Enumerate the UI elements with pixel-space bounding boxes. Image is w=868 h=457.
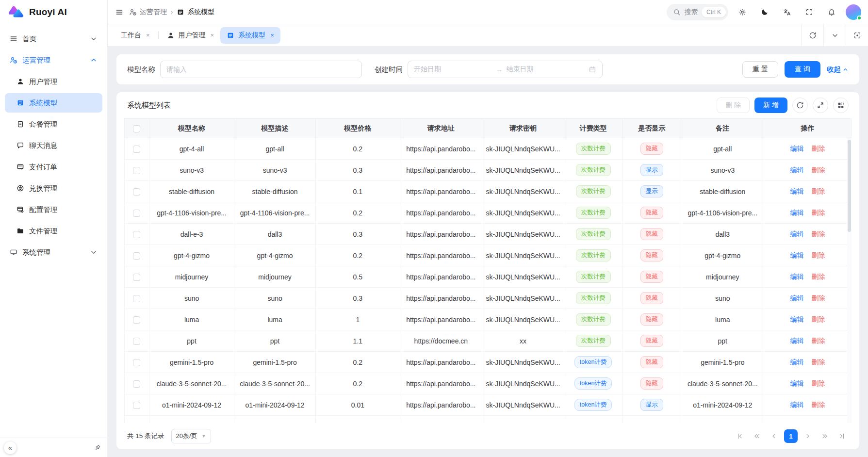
row-checkbox[interactable] <box>133 167 140 174</box>
row-checkbox[interactable] <box>133 316 140 324</box>
row-checkbox[interactable] <box>133 231 140 238</box>
notifications-button[interactable] <box>823 4 840 20</box>
breadcrumb-parent[interactable]: 运营管理 <box>129 8 167 16</box>
delete-link[interactable]: 删除 <box>812 401 825 408</box>
row-checkbox[interactable] <box>133 359 140 366</box>
first-page-button[interactable] <box>733 429 747 443</box>
close-icon[interactable]: × <box>270 32 274 39</box>
refresh-tab-button[interactable] <box>801 24 823 46</box>
model-name-input[interactable] <box>160 61 362 78</box>
delete-link[interactable]: 删除 <box>812 315 825 323</box>
edit-link[interactable]: 编辑 <box>790 337 804 344</box>
delete-link[interactable]: 删除 <box>812 251 825 259</box>
user-avatar[interactable] <box>846 4 861 20</box>
prev-page-button[interactable] <box>767 429 781 443</box>
page-size-select[interactable]: 20条/页 ▼ <box>171 429 211 443</box>
date-range-picker[interactable]: 开始日期 → 结束日期 <box>408 61 603 78</box>
edit-link[interactable]: 编辑 <box>790 187 804 195</box>
last-page-button[interactable] <box>835 429 849 443</box>
row-checkbox-cell <box>125 138 149 160</box>
global-search[interactable]: 搜索 Ctrl K <box>667 4 728 20</box>
sidebar-item-config-management[interactable]: 配置管理 <box>5 200 102 219</box>
settings-button[interactable] <box>734 4 751 20</box>
row-checkbox[interactable] <box>133 252 140 260</box>
sidebar-collapse-button[interactable]: « <box>4 441 16 454</box>
search-button[interactable]: 查 询 <box>785 61 820 78</box>
table-scrollbar[interactable] <box>847 138 852 423</box>
dark-mode-button[interactable] <box>756 4 773 20</box>
delete-link[interactable]: 删除 <box>812 209 825 216</box>
delete-link[interactable]: 删除 <box>812 273 825 280</box>
row-checkbox[interactable] <box>133 402 140 409</box>
prev-10-button[interactable] <box>750 429 764 443</box>
app-logo[interactable]: Ruoyi AI <box>0 0 107 24</box>
hamburger-icon[interactable] <box>115 8 123 16</box>
row-checkbox-cell <box>125 202 149 224</box>
sidebar-item-package-management[interactable]: 套餐管理 <box>5 114 102 134</box>
add-button[interactable]: 新 增 <box>754 98 787 113</box>
row-checkbox[interactable] <box>133 210 140 217</box>
edit-link[interactable]: 编辑 <box>790 166 804 174</box>
delete-button[interactable]: 删 除 <box>717 98 750 113</box>
column-settings-button[interactable] <box>833 98 849 113</box>
delete-link[interactable]: 删除 <box>812 187 825 195</box>
delete-link[interactable]: 删除 <box>812 337 825 344</box>
next-10-button[interactable] <box>818 429 832 443</box>
expand-table-button[interactable] <box>813 98 828 113</box>
edit-link[interactable]: 编辑 <box>790 294 804 302</box>
chat-bubble-icon <box>16 142 24 149</box>
edit-link[interactable]: 编辑 <box>790 401 804 408</box>
delete-link[interactable]: 删除 <box>812 230 825 238</box>
delete-link[interactable]: 删除 <box>812 379 825 387</box>
delete-link[interactable]: 删除 <box>812 166 825 174</box>
close-icon[interactable]: × <box>146 32 150 39</box>
sidebar-item-file-management[interactable]: 文件管理 <box>5 221 102 241</box>
delete-link[interactable]: 删除 <box>812 358 825 366</box>
start-date-placeholder: 开始日期 <box>414 65 492 74</box>
next-page-button[interactable] <box>801 429 815 443</box>
content-fullscreen-button[interactable] <box>846 24 868 46</box>
edit-link[interactable]: 编辑 <box>790 209 804 216</box>
cell-visibility: 隐藏 <box>622 330 681 352</box>
edit-link[interactable]: 编辑 <box>790 379 804 387</box>
delete-link[interactable]: 删除 <box>812 145 825 152</box>
scrollbar-thumb[interactable] <box>848 140 851 232</box>
breadcrumb-current[interactable]: 系统模型 <box>177 8 214 16</box>
row-checkbox[interactable] <box>133 295 140 302</box>
edit-link[interactable]: 编辑 <box>790 273 804 280</box>
row-checkbox[interactable] <box>133 146 140 153</box>
row-checkbox[interactable] <box>133 338 140 345</box>
row-checkbox[interactable] <box>133 188 140 196</box>
delete-link[interactable]: 删除 <box>812 294 825 302</box>
sidebar-item-system-models[interactable]: 系统模型 <box>5 93 102 113</box>
pin-icon[interactable] <box>92 442 103 453</box>
tab-system-models[interactable]: 系统模型 × <box>220 27 280 44</box>
tab-workbench[interactable]: 工作台 × <box>115 27 156 44</box>
tab-menu-button[interactable] <box>823 24 846 46</box>
sidebar-item-payment-orders[interactable]: 支付订单 <box>5 157 102 177</box>
close-icon[interactable]: × <box>211 32 214 39</box>
user-gear-icon <box>10 56 17 64</box>
edit-link[interactable]: 编辑 <box>790 315 804 323</box>
tab-user-management[interactable]: 用户管理 × <box>161 27 221 44</box>
edit-link[interactable]: 编辑 <box>790 251 804 259</box>
edit-link[interactable]: 编辑 <box>790 358 804 366</box>
sidebar-item-exchange-management[interactable]: 兑换管理 <box>5 179 102 198</box>
edit-link[interactable]: 编辑 <box>790 145 804 152</box>
select-all-checkbox[interactable] <box>133 125 140 132</box>
language-button[interactable] <box>779 4 795 20</box>
sidebar-item-user-management[interactable]: 用户管理 <box>5 72 102 91</box>
sidebar-item-system-management[interactable]: 系统管理 <box>5 243 102 262</box>
fullscreen-button[interactable] <box>801 4 818 20</box>
refresh-table-button[interactable] <box>792 98 808 113</box>
row-checkbox[interactable] <box>133 274 140 281</box>
sidebar-item-operations[interactable]: 运营管理 <box>5 50 102 70</box>
collapse-filter-link[interactable]: 收起 <box>827 65 849 74</box>
cell-actions: 编辑删除 <box>764 224 852 245</box>
edit-link[interactable]: 编辑 <box>790 230 804 238</box>
current-page-button[interactable]: 1 <box>784 429 798 443</box>
reset-button[interactable]: 重 置 <box>742 61 778 78</box>
sidebar-item-chat-messages[interactable]: 聊天消息 <box>5 136 102 155</box>
row-checkbox[interactable] <box>133 380 140 388</box>
sidebar-item-home[interactable]: 首页 <box>5 29 102 49</box>
